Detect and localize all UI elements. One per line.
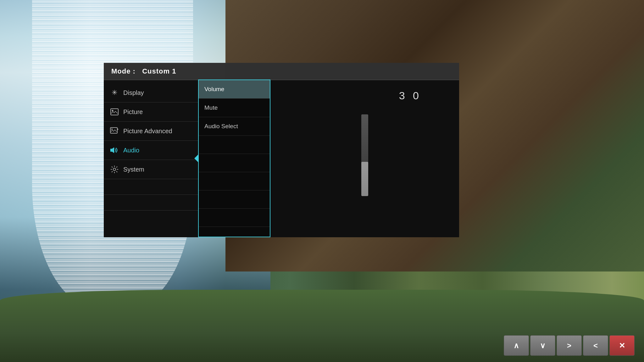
svg-text:✦: ✦ — [116, 128, 119, 131]
volume-slider-track — [361, 114, 368, 196]
mute-label: Mute — [204, 104, 218, 111]
svg-point-6 — [113, 168, 116, 171]
volume-slider-fill — [361, 162, 368, 196]
sidebar-item-display[interactable]: ✳ Display — [104, 83, 198, 102]
close-icon: ✕ — [619, 341, 625, 350]
system-icon — [110, 165, 119, 174]
right-arrow-icon: > — [567, 341, 571, 350]
mode-prefix: Mode : — [111, 67, 136, 75]
audio-select-label: Audio Select — [204, 123, 238, 130]
svg-rect-5 — [110, 149, 112, 151]
nav-down-button[interactable]: ∨ — [530, 335, 555, 356]
audio-icon — [110, 146, 119, 155]
volume-slider-container — [361, 114, 368, 196]
sidebar-item-picture-advanced[interactable]: ✦ Picture Advanced — [104, 122, 198, 141]
picture-advanced-icon: ✦ — [110, 127, 119, 135]
sidebar-empty-2 — [104, 195, 198, 211]
volume-label: Volume — [204, 86, 224, 93]
sidebar-item-picture[interactable]: Picture — [104, 102, 198, 122]
svg-rect-0 — [111, 109, 118, 115]
nav-right-button[interactable]: > — [557, 335, 582, 356]
svg-point-3 — [111, 129, 113, 130]
submenu-item-empty-1 — [199, 136, 270, 154]
left-arrow-icon: < — [593, 341, 598, 350]
value-panel: 3 0 — [270, 80, 459, 237]
nav-bar: ∧ ∨ > < ✕ — [504, 335, 635, 356]
osd-menu: Mode : Custom 1 ✳ Display — [104, 63, 459, 237]
sidebar-item-system[interactable]: System — [104, 160, 198, 179]
submenu-item-empty-4 — [199, 190, 270, 209]
up-arrow-icon: ∧ — [514, 341, 519, 350]
mode-label: Mode : Custom 1 — [111, 67, 176, 75]
sidebar-empty-1 — [104, 179, 198, 195]
picture-icon — [110, 107, 119, 116]
submenu-arrow — [194, 154, 199, 163]
svg-point-1 — [112, 110, 114, 112]
mode-value: Custom 1 — [142, 67, 176, 75]
down-arrow-icon: ∨ — [540, 341, 546, 350]
system-label: System — [123, 166, 144, 173]
picture-label: Picture — [123, 108, 143, 116]
picture-advanced-label: Picture Advanced — [123, 128, 172, 135]
sidebar-item-audio[interactable]: Audio — [104, 141, 198, 160]
sidebar: ✳ Display Picture — [104, 80, 198, 237]
submenu-item-empty-2 — [199, 154, 270, 172]
nav-up-button[interactable]: ∧ — [504, 335, 529, 356]
submenu-panel: Volume Mute Audio Select — [198, 80, 270, 237]
display-icon: ✳ — [110, 88, 119, 97]
submenu-item-empty-5 — [199, 209, 270, 227]
current-value: 3 0 — [399, 90, 421, 102]
nav-close-button[interactable]: ✕ — [609, 335, 635, 356]
submenu-item-volume[interactable]: Volume — [199, 80, 270, 99]
osd-body: ✳ Display Picture — [104, 80, 459, 237]
submenu-item-mute[interactable]: Mute — [199, 99, 270, 117]
submenu-item-empty-3 — [199, 172, 270, 190]
display-label: Display — [123, 89, 144, 96]
submenu-item-audio-select[interactable]: Audio Select — [199, 117, 270, 136]
osd-header: Mode : Custom 1 — [104, 63, 459, 80]
nav-left-button[interactable]: < — [583, 335, 608, 356]
audio-label: Audio — [123, 147, 139, 154]
